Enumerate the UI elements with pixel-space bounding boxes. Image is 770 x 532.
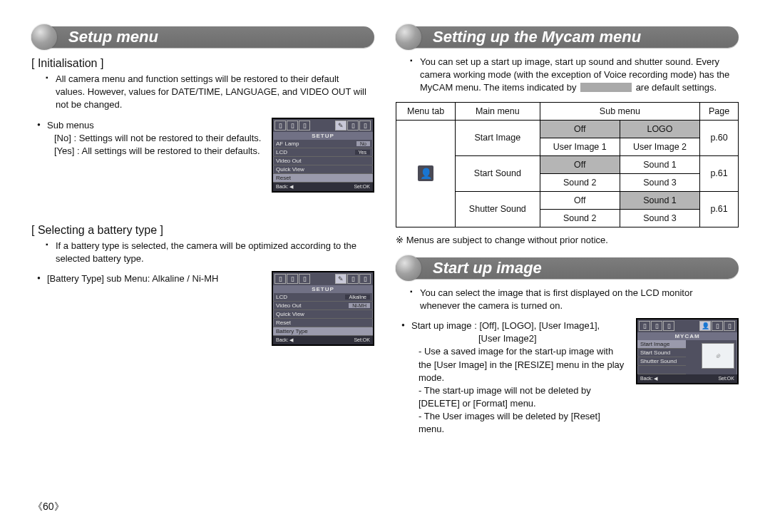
heading-text: Start up image xyxy=(396,255,739,281)
change-notice: Menus are subject to change without prio… xyxy=(396,235,739,245)
menu-tab-icon-cell: 👤 xyxy=(396,120,456,227)
wrench-icon: ✎ xyxy=(335,121,346,131)
heading-mycam-menu: Setting up the Mycam menu xyxy=(396,24,739,50)
battery-intro: If a battery type is selected, the camer… xyxy=(48,240,370,265)
heading-setup-menu: Setup menu xyxy=(31,24,374,50)
person-icon: 👤 xyxy=(418,165,433,181)
init-no-line: [No] : Settings will not be restored to … xyxy=(54,132,262,145)
startup-intro: You can select the image that is first d… xyxy=(413,287,734,312)
mycam-intro: You can set up a start up image, start u… xyxy=(413,56,734,95)
preview-thumb: ◎ xyxy=(702,343,734,369)
lcd-header: MYCAM xyxy=(637,332,737,340)
section-battery-title: [ Selecting a battery type ] xyxy=(31,224,374,237)
initialisation-intro: All camera menu and function settings wi… xyxy=(48,73,370,112)
startup-dash2: - The start-up image will not be deleted… xyxy=(419,384,626,410)
heading-startup-image: Start up image xyxy=(396,255,739,281)
wrench-icon: ✎ xyxy=(335,274,346,284)
default-swatch xyxy=(580,83,632,92)
submenus-label: Sub menus xyxy=(47,120,94,131)
battery-sub: [Battery Type] sub Menu: Alkaline / Ni-M… xyxy=(40,272,262,285)
lcd-mycam: ▯▯▯ 👤▯▯ MYCAM ◎ Start Image Start Sound … xyxy=(636,318,739,384)
mycam-table: Menu tab Main menu Sub menu Page 👤 Start… xyxy=(396,102,739,227)
heading-text: Setting up the Mycam menu xyxy=(396,24,739,50)
startup-dash1: - Use a saved image for the start-up ima… xyxy=(419,345,626,384)
page-number: 60 xyxy=(33,501,64,513)
init-yes-line: [Yes] : All settings will be restored to… xyxy=(54,145,262,158)
startup-dash3: - The User images will be deleted by [Re… xyxy=(419,410,626,436)
lcd-initialisation: ▯▯▯ ✎▯▯ SETUP AF LampNo LCDYes Video Out… xyxy=(272,118,374,193)
person-icon: 👤 xyxy=(699,321,711,331)
lcd-header: SETUP xyxy=(273,132,373,140)
lcd-battery: ▯▯▯ ✎▯▯ SETUP LCDAlkaline Video OutNi-MH… xyxy=(272,271,374,346)
section-initialisation-title: [ Initialisation ] xyxy=(31,57,374,70)
startup-opts2: [User Image2] xyxy=(478,332,626,345)
startup-opts: Start up image : [Off], [LOGO], [User Im… xyxy=(411,320,600,331)
heading-text: Setup menu xyxy=(31,24,374,50)
lcd-header: SETUP xyxy=(273,285,373,293)
